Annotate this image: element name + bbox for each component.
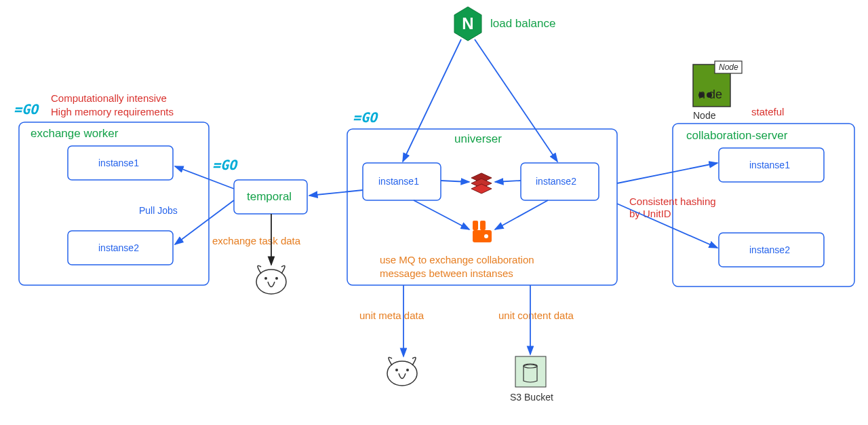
svg-point-3 <box>264 277 267 280</box>
collab-instance2-label: instanse2 <box>749 244 790 255</box>
exchange-worker-title: exchange worker <box>31 127 119 140</box>
nginx-label: load balance <box>490 17 555 30</box>
universer-instance1-label: instanse1 <box>378 176 419 187</box>
svg-text:n de: n de <box>698 88 722 101</box>
go-icon-3: =GO <box>353 109 378 126</box>
svg-point-13 <box>395 369 398 371</box>
collab-instance1-label: instanse1 <box>749 160 790 170</box>
exchange-instance2-label: instanse2 <box>98 242 139 253</box>
universer-instance2-label: instanse2 <box>536 176 576 187</box>
nginx-icon: N <box>454 7 481 41</box>
arrow-univ-collab1 <box>617 163 717 183</box>
hash-note-1: Consistent hashing <box>629 196 716 207</box>
redis-icon <box>471 173 492 193</box>
arrow-univ1-temp <box>309 190 363 196</box>
arrow-univ2-redis <box>495 181 521 182</box>
hash-note-2: by UnitID <box>629 208 671 219</box>
exchange-note-1: Computationally intensive <box>51 92 167 104</box>
svg-point-11 <box>484 234 488 238</box>
svg-text:N: N <box>462 14 473 33</box>
go-icon: =GO <box>14 101 39 117</box>
go-icon-2: =GO <box>212 157 238 173</box>
svg-rect-9 <box>480 221 486 230</box>
exchange-note-2: High memory requirements <box>51 106 174 117</box>
mq-note-1: use MQ to exchange collaboration <box>380 254 534 265</box>
svg-text:Node: Node <box>719 62 738 72</box>
svg-point-4 <box>275 277 278 280</box>
unit-meta-label: unit meta data <box>359 310 425 321</box>
node-icon: Node n de <box>693 61 742 107</box>
temporal-title: temporal <box>247 190 292 203</box>
arrow-univ2-mq <box>495 200 548 229</box>
svg-point-14 <box>406 369 409 371</box>
mq-note-2: messages between instanses <box>380 267 513 279</box>
rabbitmq-icon <box>473 221 492 242</box>
node-label: Node <box>693 110 716 121</box>
svg-rect-10 <box>473 230 492 242</box>
collab-title: collaboration-server <box>686 129 788 142</box>
exchange-instance1-label: instanse1 <box>98 158 139 168</box>
arrow-univ1-mq <box>414 200 469 229</box>
universer-title: universer <box>454 132 502 145</box>
exchange-worker-box <box>19 122 209 285</box>
svg-marker-7 <box>471 184 492 193</box>
postgres-icon-2 <box>387 357 417 386</box>
arrow-univ1-redis <box>441 181 469 182</box>
unit-content-label: unit content data <box>498 310 574 321</box>
svg-rect-8 <box>473 221 478 230</box>
temporal-note: exchange task data <box>212 235 301 246</box>
s3-label: S3 Bucket <box>510 392 553 403</box>
arrow-nginx-inst1 <box>403 39 461 162</box>
architecture-diagram: N load balance =GO Computationally inten… <box>0 0 868 425</box>
postgres-icon <box>256 265 286 294</box>
collab-stateful-note: stateful <box>751 106 784 117</box>
pull-jobs-label: Pull Jobs <box>139 205 178 216</box>
s3-bucket-icon <box>515 356 546 387</box>
